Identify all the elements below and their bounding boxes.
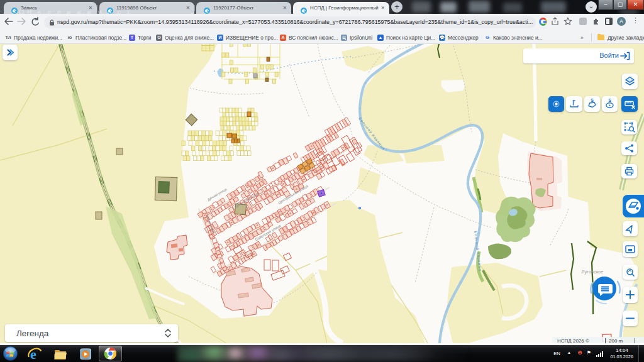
svg-text:S: S — [591, 98, 594, 102]
svg-text:S: S — [608, 98, 611, 102]
